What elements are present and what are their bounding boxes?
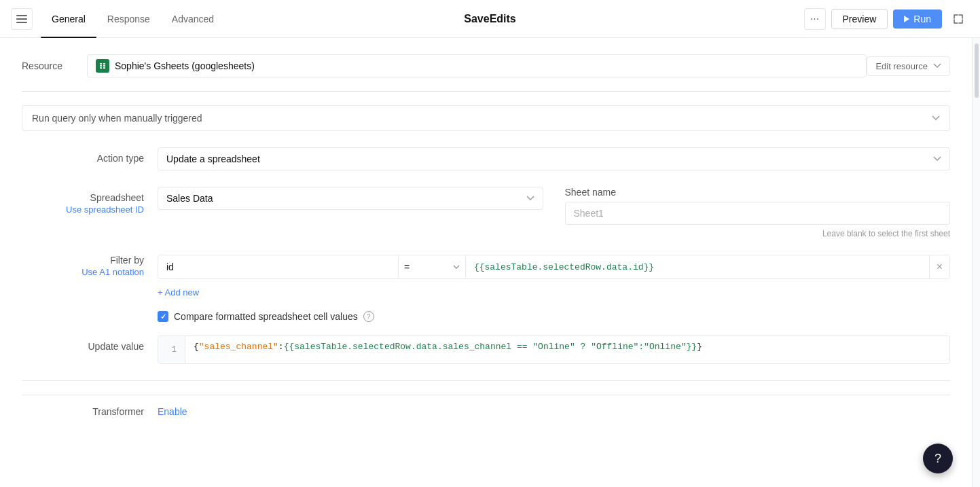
section-divider — [22, 380, 950, 381]
transformer-label: Transformer — [22, 406, 158, 417]
filter-by-row: Filter by Use A1 notation = {{salesTable… — [22, 255, 950, 300]
spreadsheet-control-area: Sales Data Sheet name Leave blank to sel… — [158, 187, 950, 238]
compare-checkbox-row: ✓ Compare formatted spreadsheet cell val… — [22, 311, 950, 322]
expand-button[interactable] — [947, 8, 969, 30]
action-type-select[interactable]: Update a spreadsheet — [158, 147, 950, 170]
filter-content: = {{salesTable.selectedRow.data.id}} × +… — [158, 255, 950, 300]
scrollbar-thumb[interactable] — [975, 43, 979, 98]
transformer-enable-link[interactable]: Enable — [158, 406, 187, 417]
trigger-selector[interactable]: Run query only when manually triggered — [22, 105, 950, 131]
update-value-label: Update value — [22, 336, 158, 352]
nav-tabs: General Response Advanced — [41, 0, 225, 38]
code-content-1: {"sales_channel":{{salesTable.selectedRo… — [185, 336, 949, 363]
svg-rect-0 — [98, 61, 107, 71]
resource-row: Resource Sophie's Gsheets (googlesheets) — [22, 54, 950, 92]
two-col-layout: Sales Data Sheet name Leave blank to sel… — [158, 187, 950, 238]
resource-name: Sophie's Gsheets (googlesheets) — [115, 60, 255, 71]
compare-help-icon[interactable]: ? — [363, 311, 374, 322]
use-a1-notation-link[interactable]: Use A1 notation — [22, 267, 144, 277]
spreadsheet-select[interactable]: Sales Data — [158, 187, 543, 210]
compare-checkbox-label: Compare formatted spreadsheet cell value… — [174, 311, 358, 322]
svg-rect-1 — [100, 63, 102, 65]
spreadsheet-row: Spreadsheet Use spreadsheet ID Sales Dat… — [22, 187, 950, 238]
expand-icon — [953, 14, 964, 24]
tab-advanced[interactable]: Advanced — [161, 0, 225, 38]
filter-value-display[interactable]: {{salesTable.selectedRow.data.id}} — [466, 257, 929, 278]
svg-rect-2 — [103, 63, 105, 65]
filter-operator-select[interactable]: = — [398, 256, 466, 278]
use-spreadsheet-id-link[interactable]: Use spreadsheet ID — [22, 204, 144, 215]
filter-by-label: Filter by — [110, 255, 144, 266]
update-value-control: 1 {"sales_channel":{{salesTable.selected… — [158, 336, 950, 364]
preview-button[interactable]: Preview — [831, 9, 888, 29]
action-type-label: Action type — [22, 147, 158, 164]
tab-response[interactable]: Response — [96, 0, 161, 38]
run-button[interactable]: Run — [893, 10, 942, 29]
sheet-name-area: Sheet name Leave blank to select the fir… — [565, 187, 951, 238]
spreadsheet-selector-area: Sales Data — [158, 187, 543, 210]
top-nav: General Response Advanced SaveEdits ··· … — [0, 0, 980, 38]
nav-actions: ··· Preview Run — [804, 8, 969, 30]
help-fab-icon: ? — [934, 452, 941, 466]
tab-general[interactable]: General — [41, 0, 96, 38]
svg-rect-6 — [103, 67, 105, 69]
page-title: SaveEdits — [464, 13, 515, 25]
update-value-row: Update value 1 {"sales_channel":{{salesT… — [22, 336, 950, 364]
chevron-down-icon — [933, 63, 941, 69]
main-content: Resource Sophie's Gsheets (googlesheets) — [0, 38, 972, 487]
sheet-name-input[interactable] — [565, 202, 951, 225]
sheet-name-hint: Leave blank to select the first sheet — [565, 229, 951, 238]
scrollbar[interactable] — [972, 38, 980, 487]
code-line-1: 1 {"sales_channel":{{salesTable.selected… — [158, 336, 949, 363]
checkmark-icon: ✓ — [160, 312, 166, 321]
resource-icon — [96, 59, 109, 73]
edit-resource-button[interactable]: Edit resource — [867, 56, 950, 76]
filter-inputs: = {{salesTable.selectedRow.data.id}} × — [158, 255, 950, 279]
trigger-chevron-icon — [932, 115, 940, 121]
sheet-name-label: Sheet name — [565, 187, 951, 198]
compare-checkbox[interactable]: ✓ — [158, 311, 168, 322]
trigger-label: Run query only when manually triggered — [32, 113, 202, 124]
transformer-row: Transformer Enable — [22, 395, 950, 417]
sidebar-toggle-button[interactable] — [11, 8, 33, 30]
code-editor[interactable]: 1 {"sales_channel":{{salesTable.selected… — [158, 336, 950, 364]
gsheets-icon — [98, 61, 107, 71]
add-new-filter-button[interactable]: + Add new — [158, 285, 199, 300]
run-icon — [904, 16, 909, 22]
svg-rect-3 — [100, 65, 102, 67]
resource-selector[interactable]: Sophie's Gsheets (googlesheets) — [87, 54, 867, 77]
spreadsheet-label-area: Spreadsheet Use spreadsheet ID — [22, 187, 158, 215]
svg-rect-5 — [100, 67, 102, 69]
action-type-row: Action type Update a spreadsheet — [22, 147, 950, 170]
filter-remove-button[interactable]: × — [929, 255, 949, 278]
sidebar-icon — [16, 15, 27, 23]
filter-label-area: Filter by Use A1 notation — [22, 255, 158, 277]
line-number-1: 1 — [158, 336, 185, 363]
filter-field-input[interactable] — [158, 256, 398, 278]
help-fab-button[interactable]: ? — [923, 444, 953, 473]
spreadsheet-label: Spreadsheet — [90, 192, 144, 203]
resource-label: Resource — [22, 60, 76, 71]
svg-rect-4 — [103, 65, 105, 67]
more-options-button[interactable]: ··· — [804, 8, 826, 30]
action-type-control: Update a spreadsheet — [158, 147, 950, 170]
content-area: Resource Sophie's Gsheets (googlesheets) — [0, 38, 980, 487]
